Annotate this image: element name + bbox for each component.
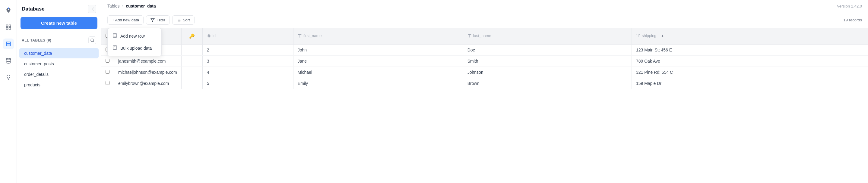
row-last-name: Smith (463, 56, 631, 67)
sort-button[interactable]: Sort (172, 15, 194, 25)
table-row: emilybrown@example.com 5 Emily Brown 159… (101, 78, 868, 89)
row-icon (113, 33, 117, 39)
add-new-row-label: Add new row (120, 34, 145, 39)
sidebar-header: Database 《 (17, 0, 101, 17)
breadcrumb-chevron-icon: › (122, 4, 123, 8)
col-header-id: id (203, 28, 293, 44)
row-shipping: 789 Oak Ave (631, 56, 868, 67)
table-item-customer-posts[interactable]: customer_posts (19, 59, 99, 69)
row-id: 3 (203, 56, 293, 67)
sort-label: Sort (183, 18, 190, 22)
row-first-name: Michael (293, 67, 463, 78)
svg-marker-6 (151, 19, 154, 22)
svg-point-5 (91, 39, 93, 41)
row-id: 5 (203, 78, 293, 89)
table-row: michaeljohnson@example.com 4 Michael Joh… (101, 67, 868, 78)
row-first-name: Emily (293, 78, 463, 89)
row-id: 4 (203, 67, 293, 78)
table-area: 🔑 id first_name (101, 28, 868, 183)
table-list: customer_data customer_posts order_detai… (17, 47, 101, 183)
row-checkbox-cell (101, 67, 114, 78)
svg-rect-0 (6, 25, 8, 27)
row-checkbox[interactable] (105, 70, 110, 74)
search-tables-button[interactable] (88, 36, 96, 44)
table-item-order-details[interactable]: order_details (19, 69, 99, 79)
col-header-first-name: first_name (293, 28, 463, 44)
brush-icon[interactable] (3, 72, 14, 83)
sidebar-collapse-button[interactable]: 《 (88, 5, 96, 13)
all-tables-label: ALL TABLES (9) (22, 38, 51, 42)
add-data-dropdown: Add new row Bulk upload data (107, 28, 162, 56)
row-first-name: Jane (293, 56, 463, 67)
grid-icon[interactable] (3, 22, 14, 33)
toolbar: + Add new data Filter Sort 19 records Ad… (101, 12, 868, 28)
row-checkbox-cell (101, 78, 114, 89)
main-content: Tables › customer_data Version 2.42.0 + … (101, 0, 868, 183)
svg-rect-1 (9, 25, 10, 27)
bulk-upload-label: Bulk upload data (120, 46, 152, 50)
col-header-shipping: shipping + (631, 28, 868, 44)
row-email: janesmith@example.com (114, 56, 182, 67)
row-shipping: 321 Pine Rd; 654 C (631, 67, 868, 78)
row-id: 2 (203, 44, 293, 56)
sort-icon (177, 18, 181, 22)
col-header-key: 🔑 (181, 28, 203, 44)
database-icon[interactable] (3, 56, 14, 66)
breadcrumb: Tables › customer_data (107, 4, 156, 8)
bulk-upload-item[interactable]: Bulk upload data (108, 42, 161, 54)
icon-bar (0, 0, 17, 183)
col-header-last-name: last_name (463, 28, 631, 44)
add-column-button[interactable]: + (657, 31, 668, 41)
breadcrumb-bar: Tables › customer_data Version 2.42.0 (101, 0, 868, 12)
add-new-row-item[interactable]: Add new row (108, 30, 161, 42)
all-tables-header: ALL TABLES (9) (17, 34, 101, 47)
table-item-products[interactable]: products (19, 80, 99, 90)
create-table-button[interactable]: Create new table (21, 17, 97, 29)
add-new-data-label: + Add new data (112, 18, 139, 22)
row-last-name: Brown (463, 78, 631, 89)
row-key (181, 44, 203, 56)
row-email: emilybrown@example.com (114, 78, 182, 89)
svg-rect-2 (6, 28, 8, 30)
svg-point-4 (6, 59, 10, 60)
filter-label: Filter (157, 18, 165, 22)
table-item-customer-data[interactable]: customer_data (19, 48, 99, 59)
table-row: ple.com 2 John Doe 123 Main St; 456 E (101, 44, 868, 56)
row-shipping: 123 Main St; 456 E (631, 44, 868, 56)
row-key (181, 56, 203, 67)
svg-line-21 (209, 34, 210, 38)
row-checkbox-cell (101, 56, 114, 67)
filter-button[interactable]: Filter (146, 15, 170, 25)
sidebar: Database 《 Create new table ALL TABLES (… (17, 0, 101, 183)
version-label: Version 2.42.0 (837, 4, 862, 8)
row-email: michaeljohnson@example.com (114, 67, 182, 78)
row-first-name: John (293, 44, 463, 56)
create-table-label: Create new table (41, 21, 77, 26)
records-count: 19 records (843, 18, 862, 22)
filter-icon (151, 18, 155, 22)
data-table: 🔑 id first_name (101, 28, 868, 89)
breadcrumb-parent[interactable]: Tables (107, 4, 119, 8)
row-checkbox[interactable] (105, 81, 110, 85)
row-shipping: 159 Maple Dr (631, 78, 868, 89)
table-row: janesmith@example.com 3 Jane Smith 789 O… (101, 56, 868, 67)
row-checkbox[interactable] (105, 59, 110, 63)
rocket-icon[interactable] (3, 5, 14, 16)
breadcrumb-current: customer_data (126, 4, 156, 8)
row-last-name: Johnson (463, 67, 631, 78)
row-key (181, 67, 203, 78)
sidebar-title: Database (22, 6, 44, 12)
upload-icon (113, 45, 117, 51)
svg-rect-13 (113, 34, 117, 37)
row-key (181, 78, 203, 89)
table-icon[interactable] (3, 39, 14, 49)
row-last-name: Doe (463, 44, 631, 56)
svg-rect-3 (9, 28, 10, 30)
add-new-data-button[interactable]: + Add new data (107, 15, 144, 25)
